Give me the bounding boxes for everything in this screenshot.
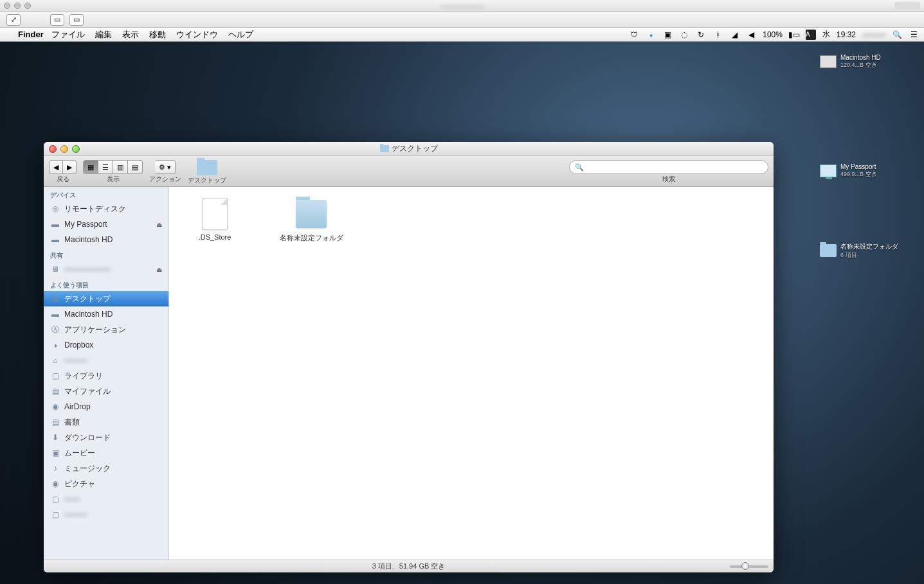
sidebar-item-label: ———: [64, 510, 87, 519]
sidebar-item-fav-4[interactable]: ⌂———: [44, 353, 168, 368]
close-button[interactable]: [49, 145, 57, 153]
menu-edit[interactable]: 編集: [95, 29, 112, 40]
menu-view[interactable]: 表示: [122, 29, 139, 40]
view-column-button[interactable]: ▥: [113, 160, 128, 174]
action-button[interactable]: ⚙ ▾: [155, 160, 176, 174]
battery-percent[interactable]: 100%: [763, 30, 783, 39]
folder-icon: ▢: [50, 371, 60, 381]
sidebar-item-fav-9[interactable]: ⬇ダウンロード: [44, 430, 168, 445]
zoom-thumb[interactable]: [741, 562, 749, 570]
view-icon-button[interactable]: ▦: [83, 160, 98, 174]
desktop-icon-untitled-folder[interactable]: 名称未設定フォルダ6 項目: [819, 241, 909, 260]
notification-center-icon[interactable]: ☰: [909, 30, 919, 40]
pc-icon: 🖥: [50, 264, 60, 274]
movies-icon: ▣: [50, 448, 60, 458]
sidebar-item-fav-1[interactable]: ▬Macintosh HD: [44, 306, 168, 322]
spotlight-icon[interactable]: 🔍: [892, 30, 902, 40]
file-item-0[interactable]: .DS_Store: [179, 197, 250, 243]
zoom-icon[interactable]: [24, 3, 31, 9]
eject-icon[interactable]: ⏏: [156, 266, 162, 273]
outer-toolbar: ⤢ ▭ ▭: [0, 12, 924, 28]
desktop-icon-macintosh-hd[interactable]: Macintosh HD120.4...B 空き: [819, 52, 909, 71]
menu-window[interactable]: ウインドウ: [176, 29, 218, 40]
allfiles-icon: ▤: [50, 386, 60, 396]
desktop-icon-my-passport[interactable]: My Passport499.9...B 空き: [819, 161, 909, 181]
window-title: デスクトップ: [392, 143, 438, 154]
toolbar-button-2[interactable]: ▭: [69, 14, 84, 26]
view-list-button[interactable]: ☰: [98, 160, 113, 174]
menu-go[interactable]: 移動: [149, 29, 166, 40]
display-icon[interactable]: ▣: [662, 30, 673, 40]
sidebar-item-fav-10[interactable]: ▣ムービー: [44, 445, 168, 461]
sidebar-item-label: Macintosh HD: [64, 310, 113, 319]
menubar-user[interactable]: ———: [862, 30, 885, 39]
sidebar-item-fav-2[interactable]: Ⓐアプリケーション: [44, 322, 168, 337]
battery-icon[interactable]: ▮▭: [789, 30, 799, 40]
close-icon[interactable]: [4, 3, 10, 9]
sidebar-item-label: ——————: [64, 265, 111, 274]
sidebar-item-fav-13[interactable]: ▢——: [44, 491, 168, 507]
desktop[interactable]: Macintosh HD120.4...B 空き My Passport499.…: [0, 42, 924, 584]
wifi-icon[interactable]: ◢: [729, 30, 739, 40]
sidebar-item-fav-12[interactable]: ◉ピクチャ: [44, 476, 168, 491]
sidebar-item-label: 書類: [64, 417, 80, 428]
zoom-button[interactable]: [72, 145, 80, 153]
menu-help[interactable]: ヘルプ: [228, 29, 253, 40]
title-folder-icon: [380, 145, 389, 152]
sidebar-item-label: ———: [64, 356, 87, 365]
app-name[interactable]: Finder: [18, 30, 44, 39]
minimize-icon[interactable]: [14, 3, 21, 9]
fullscreen-button[interactable]: ⤢: [6, 14, 21, 26]
eject-icon[interactable]: ⏏: [156, 221, 162, 228]
sidebar-item-label: Dropbox: [64, 341, 93, 350]
finder-toolbar: ◀ ▶ 戻る ▦ ☰ ▥ ▤ 表示 ⚙ ▾ アクション デスクト: [44, 156, 774, 187]
sidebar-item-label: AirDrop: [64, 402, 91, 411]
zoom-slider[interactable]: [730, 565, 768, 568]
finder-titlebar[interactable]: デスクトップ: [44, 142, 774, 156]
sidebar-item-fav-0[interactable]: 🖥デスクトップ: [44, 291, 168, 306]
menubar-day[interactable]: 水: [822, 29, 830, 40]
back-button[interactable]: ◀: [49, 160, 63, 174]
file-item-1[interactable]: 名称未設定フォルダ: [276, 197, 347, 243]
sidebar-item-dev-0[interactable]: ◎リモートディスク: [44, 201, 168, 217]
input-source-badge[interactable]: A: [806, 30, 816, 40]
sidebar-item-dev-1[interactable]: ▬My Passport⏏: [44, 217, 168, 232]
volume-icon[interactable]: ◀: [746, 30, 756, 40]
menubar-time[interactable]: 19:32: [837, 30, 856, 39]
sidebar-item-label: ムービー: [64, 448, 95, 459]
sidebar-item-label: ミュージック: [64, 463, 111, 474]
sidebar-item-fav-8[interactable]: ▤書類: [44, 414, 168, 430]
path-folder-icon[interactable]: [197, 160, 217, 175]
sidebar-item-fav-14[interactable]: ▢———: [44, 507, 168, 522]
folder-icon: ▢: [50, 509, 60, 520]
search-field[interactable]: 🔍: [569, 160, 768, 174]
sidebar-item-shared-0[interactable]: 🖥——————⏏: [44, 261, 168, 277]
bluetooth-icon[interactable]: ᚼ: [712, 30, 723, 40]
sidebar-item-fav-6[interactable]: ▤マイファイル: [44, 384, 168, 399]
search-input[interactable]: [586, 163, 763, 171]
sidebar-item-fav-5[interactable]: ▢ライブラリ: [44, 368, 168, 384]
dropbox-icon: ⬧: [50, 340, 60, 350]
timemachine-icon[interactable]: ↻: [696, 30, 706, 40]
hd-icon: ▬: [50, 219, 60, 229]
sidebar-item-fav-7[interactable]: ◉AirDrop: [44, 399, 168, 414]
finder-content[interactable]: .DS_Store名称未設定フォルダ: [169, 187, 774, 560]
file-label: .DS_Store: [199, 233, 231, 241]
view-coverflow-button[interactable]: ▤: [128, 160, 143, 174]
menu-file[interactable]: ファイル: [51, 29, 85, 40]
chat-icon[interactable]: ◌: [679, 30, 689, 40]
sidebar-item-dev-2[interactable]: ▬Macintosh HD: [44, 232, 168, 247]
minimize-button[interactable]: [60, 145, 68, 153]
sidebar-item-label: リモートディスク: [64, 204, 126, 215]
sidebar-item-label: アプリケーション: [64, 324, 126, 335]
outer-right-control[interactable]: [894, 2, 920, 10]
view-label: 表示: [107, 175, 120, 184]
toolbar-button-1[interactable]: ▭: [50, 14, 64, 26]
disc-icon: ◎: [50, 204, 60, 214]
shield-icon[interactable]: 🛡: [629, 30, 639, 40]
forward-button[interactable]: ▶: [63, 160, 77, 174]
dropbox-status-icon[interactable]: ⬧: [646, 30, 656, 40]
sidebar-item-label: マイファイル: [64, 386, 111, 397]
sidebar-item-fav-11[interactable]: ♪ミュージック: [44, 461, 168, 476]
sidebar-item-fav-3[interactable]: ⬧Dropbox: [44, 337, 168, 353]
